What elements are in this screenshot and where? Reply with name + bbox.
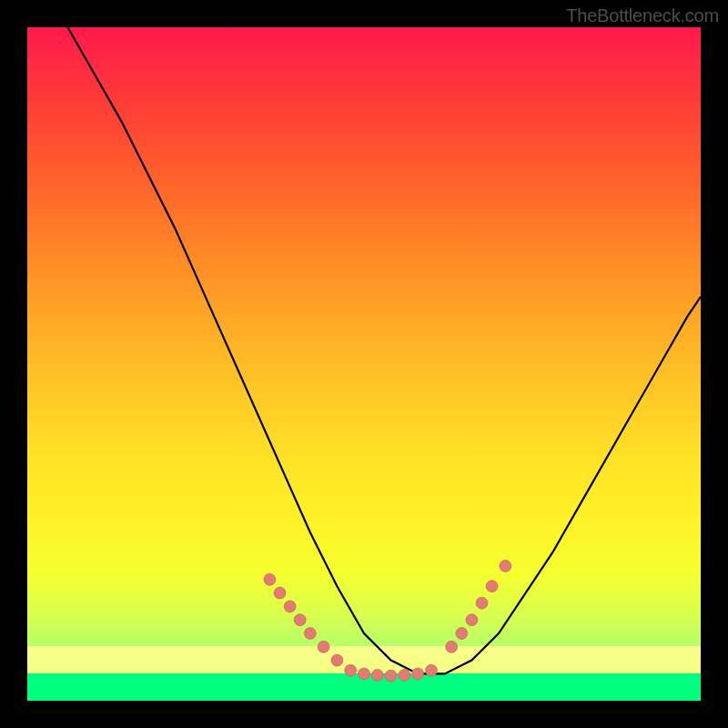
curve-dot (331, 654, 343, 666)
curve-dot (284, 601, 296, 612)
curve-dot (500, 561, 511, 572)
curve-dot (264, 573, 276, 585)
curve-dot (476, 597, 488, 609)
bottleneck-curve (27, 27, 701, 701)
curve-dot (318, 641, 329, 652)
curve-dot (486, 581, 498, 592)
curve-dot (399, 669, 410, 681)
curve-dot (466, 614, 478, 626)
curve-dot (446, 641, 458, 652)
curve-dot (304, 628, 316, 640)
curve-dot (412, 668, 424, 680)
curve-line (67, 27, 701, 673)
curve-dot (371, 669, 383, 681)
curve-dot (456, 628, 468, 640)
curve-dot (294, 614, 306, 626)
plot-area (27, 27, 701, 701)
curve-dot (359, 668, 370, 680)
chart-frame: TheBottleneck.com (0, 0, 728, 728)
watermark-text: TheBottleneck.com (566, 5, 719, 26)
curve-dot-markers (264, 561, 511, 682)
curve-dot (426, 664, 438, 676)
curve-dot (345, 664, 357, 676)
curve-dot (274, 587, 286, 599)
curve-dot (385, 670, 397, 682)
